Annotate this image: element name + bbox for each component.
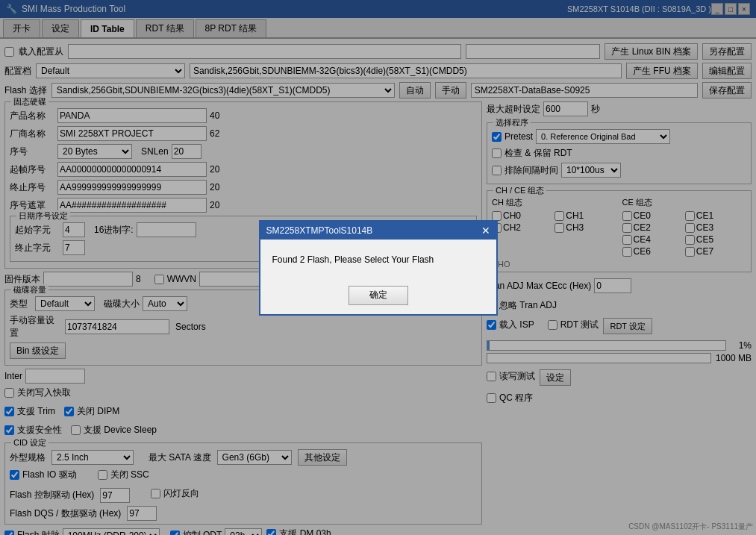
dialog-confirm-button[interactable]: 确定 (349, 286, 408, 305)
dialog-title-text: SM2258XTMPToolS1014B (266, 225, 373, 236)
dialog-title-bar: SM2258XTMPToolS1014B ✕ (260, 222, 496, 240)
dialog: SM2258XTMPToolS1014B ✕ Found 2 Flash, Pl… (259, 220, 498, 316)
dialog-message: Found 2 Flash, Please Select Your Flash (272, 254, 484, 265)
dialog-body: Found 2 Flash, Please Select Your Flash (260, 240, 496, 280)
dialog-close-button[interactable]: ✕ (481, 225, 490, 237)
dialog-footer: 确定 (260, 280, 496, 314)
dialog-overlay: SM2258XTMPToolS1014B ✕ Found 2 Flash, Pl… (0, 0, 756, 535)
